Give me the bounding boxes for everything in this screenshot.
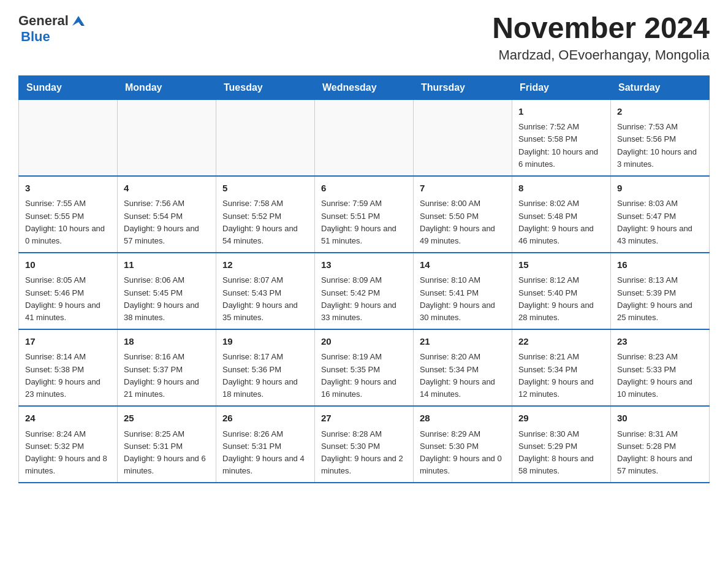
calendar-day-cell: 11Sunrise: 8:06 AMSunset: 5:45 PMDayligh…: [118, 253, 216, 329]
calendar-day-cell: 16Sunrise: 8:13 AMSunset: 5:39 PMDayligh…: [611, 253, 710, 329]
logo-icon: [70, 12, 87, 29]
day-number: 7: [420, 182, 506, 196]
svg-marker-0: [72, 16, 85, 26]
day-of-week-header: Wednesday: [315, 75, 414, 99]
calendar-day-cell: 18Sunrise: 8:16 AMSunset: 5:37 PMDayligh…: [118, 329, 216, 406]
calendar-day-cell: 24Sunrise: 8:24 AMSunset: 5:32 PMDayligh…: [19, 406, 118, 483]
day-number: 18: [124, 335, 210, 349]
day-number: 28: [420, 412, 506, 426]
day-info: Sunrise: 8:16 AMSunset: 5:37 PMDaylight:…: [124, 351, 210, 400]
calendar-day-cell: 22Sunrise: 8:21 AMSunset: 5:34 PMDayligh…: [512, 329, 611, 406]
day-info: Sunrise: 8:17 AMSunset: 5:36 PMDaylight:…: [222, 351, 308, 400]
day-number: 19: [222, 335, 308, 349]
page-title: November 2024: [492, 12, 710, 45]
day-number: 30: [617, 412, 703, 426]
day-number: 5: [222, 182, 308, 196]
day-info: Sunrise: 8:13 AMSunset: 5:39 PMDaylight:…: [617, 274, 703, 324]
day-number: 26: [222, 412, 308, 426]
day-number: 4: [124, 182, 210, 196]
day-of-week-header: Thursday: [414, 75, 512, 99]
day-info: Sunrise: 8:23 AMSunset: 5:33 PMDaylight:…: [617, 351, 703, 400]
day-info: Sunrise: 7:56 AMSunset: 5:54 PMDaylight:…: [124, 197, 210, 247]
day-number: 3: [25, 182, 111, 196]
calendar-day-cell: [19, 99, 118, 176]
day-of-week-header: Monday: [118, 75, 216, 99]
day-info: Sunrise: 8:07 AMSunset: 5:43 PMDaylight:…: [222, 274, 308, 324]
day-number: 29: [518, 412, 604, 426]
day-number: 27: [321, 412, 407, 426]
calendar-day-cell: [414, 99, 512, 176]
day-number: 24: [25, 412, 111, 426]
calendar-day-cell: 10Sunrise: 8:05 AMSunset: 5:46 PMDayligh…: [19, 253, 118, 329]
day-number: 6: [321, 182, 407, 196]
day-number: 12: [222, 258, 308, 272]
calendar-day-cell: 13Sunrise: 8:09 AMSunset: 5:42 PMDayligh…: [315, 253, 414, 329]
calendar-day-cell: 12Sunrise: 8:07 AMSunset: 5:43 PMDayligh…: [216, 253, 315, 329]
day-number: 2: [617, 105, 703, 119]
day-of-week-header: Tuesday: [216, 75, 315, 99]
page-subtitle: Mardzad, OEvoerhangay, Mongolia: [492, 47, 710, 63]
day-info: Sunrise: 8:10 AMSunset: 5:41 PMDaylight:…: [420, 274, 506, 324]
day-number: 17: [25, 335, 111, 349]
calendar-day-cell: 28Sunrise: 8:29 AMSunset: 5:30 PMDayligh…: [414, 406, 512, 483]
day-number: 8: [518, 182, 604, 196]
day-info: Sunrise: 8:28 AMSunset: 5:30 PMDaylight:…: [321, 428, 407, 478]
day-of-week-header: Saturday: [611, 75, 710, 99]
calendar-day-cell: 3Sunrise: 7:55 AMSunset: 5:55 PMDaylight…: [19, 176, 118, 253]
day-info: Sunrise: 8:21 AMSunset: 5:34 PMDaylight:…: [518, 351, 604, 400]
calendar-header-row: SundayMondayTuesdayWednesdayThursdayFrid…: [19, 75, 710, 99]
calendar-day-cell: 30Sunrise: 8:31 AMSunset: 5:28 PMDayligh…: [611, 406, 710, 483]
logo-blue-text: Blue: [21, 29, 87, 44]
calendar-week-row: 1Sunrise: 7:52 AMSunset: 5:58 PMDaylight…: [19, 99, 710, 176]
day-number: 21: [420, 335, 506, 349]
day-of-week-header: Friday: [512, 75, 611, 99]
calendar-week-row: 17Sunrise: 8:14 AMSunset: 5:38 PMDayligh…: [19, 329, 710, 406]
calendar-day-cell: 19Sunrise: 8:17 AMSunset: 5:36 PMDayligh…: [216, 329, 315, 406]
day-info: Sunrise: 8:24 AMSunset: 5:32 PMDaylight:…: [25, 428, 111, 478]
day-info: Sunrise: 8:06 AMSunset: 5:45 PMDaylight:…: [124, 274, 210, 324]
calendar-day-cell: 15Sunrise: 8:12 AMSunset: 5:40 PMDayligh…: [512, 253, 611, 329]
calendar-day-cell: 25Sunrise: 8:25 AMSunset: 5:31 PMDayligh…: [118, 406, 216, 483]
calendar-week-row: 3Sunrise: 7:55 AMSunset: 5:55 PMDaylight…: [19, 176, 710, 253]
calendar-day-cell: 7Sunrise: 8:00 AMSunset: 5:50 PMDaylight…: [414, 176, 512, 253]
calendar-day-cell: 1Sunrise: 7:52 AMSunset: 5:58 PMDaylight…: [512, 99, 611, 176]
day-info: Sunrise: 7:52 AMSunset: 5:58 PMDaylight:…: [518, 121, 604, 170]
day-info: Sunrise: 8:03 AMSunset: 5:47 PMDaylight:…: [617, 197, 703, 247]
day-info: Sunrise: 8:31 AMSunset: 5:28 PMDaylight:…: [617, 428, 703, 478]
day-number: 25: [124, 412, 210, 426]
day-info: Sunrise: 8:19 AMSunset: 5:35 PMDaylight:…: [321, 351, 407, 400]
calendar-day-cell: 14Sunrise: 8:10 AMSunset: 5:41 PMDayligh…: [414, 253, 512, 329]
calendar-table: SundayMondayTuesdayWednesdayThursdayFrid…: [18, 75, 710, 483]
calendar-day-cell: 2Sunrise: 7:53 AMSunset: 5:56 PMDaylight…: [611, 99, 710, 176]
day-info: Sunrise: 8:30 AMSunset: 5:29 PMDaylight:…: [518, 428, 604, 478]
day-info: Sunrise: 8:02 AMSunset: 5:48 PMDaylight:…: [518, 197, 604, 247]
day-info: Sunrise: 8:25 AMSunset: 5:31 PMDaylight:…: [124, 428, 210, 478]
calendar-day-cell: 27Sunrise: 8:28 AMSunset: 5:30 PMDayligh…: [315, 406, 414, 483]
day-info: Sunrise: 7:58 AMSunset: 5:52 PMDaylight:…: [222, 197, 308, 247]
day-info: Sunrise: 8:09 AMSunset: 5:42 PMDaylight:…: [321, 274, 407, 324]
page-header: General Blue November 2024 Mardzad, OEvo…: [18, 12, 710, 63]
calendar-day-cell: 23Sunrise: 8:23 AMSunset: 5:33 PMDayligh…: [611, 329, 710, 406]
day-info: Sunrise: 8:05 AMSunset: 5:46 PMDaylight:…: [25, 274, 111, 324]
day-number: 22: [518, 335, 604, 349]
day-number: 16: [617, 258, 703, 272]
calendar-day-cell: 21Sunrise: 8:20 AMSunset: 5:34 PMDayligh…: [414, 329, 512, 406]
day-info: Sunrise: 8:00 AMSunset: 5:50 PMDaylight:…: [420, 197, 506, 247]
day-info: Sunrise: 8:12 AMSunset: 5:40 PMDaylight:…: [518, 274, 604, 324]
day-info: Sunrise: 7:55 AMSunset: 5:55 PMDaylight:…: [25, 197, 111, 247]
calendar-day-cell: 5Sunrise: 7:58 AMSunset: 5:52 PMDaylight…: [216, 176, 315, 253]
day-number: 1: [518, 105, 604, 119]
calendar-day-cell: 8Sunrise: 8:02 AMSunset: 5:48 PMDaylight…: [512, 176, 611, 253]
calendar-day-cell: 4Sunrise: 7:56 AMSunset: 5:54 PMDaylight…: [118, 176, 216, 253]
day-number: 20: [321, 335, 407, 349]
calendar-day-cell: 26Sunrise: 8:26 AMSunset: 5:31 PMDayligh…: [216, 406, 315, 483]
day-number: 15: [518, 258, 604, 272]
day-number: 14: [420, 258, 506, 272]
logo-general-text: General: [18, 13, 69, 28]
day-number: 13: [321, 258, 407, 272]
calendar-day-cell: 9Sunrise: 8:03 AMSunset: 5:47 PMDaylight…: [611, 176, 710, 253]
logo: General Blue: [18, 12, 87, 44]
day-number: 9: [617, 182, 703, 196]
calendar-day-cell: [216, 99, 315, 176]
day-number: 23: [617, 335, 703, 349]
